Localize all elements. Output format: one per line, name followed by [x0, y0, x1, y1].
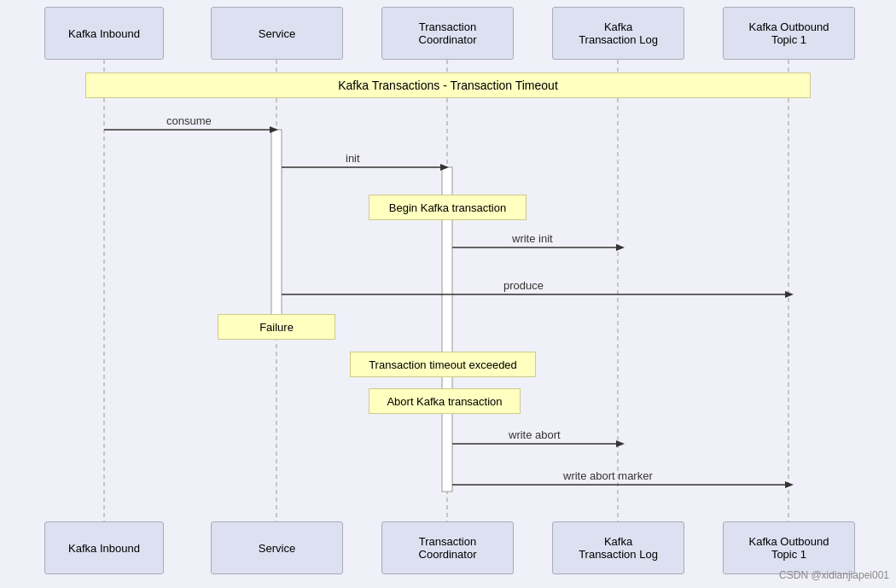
actor-service-bottom-label: Service — [259, 542, 295, 555]
svg-marker-14 — [616, 244, 625, 251]
tx-timeout-label: Transaction timeout exceeded — [369, 358, 517, 371]
abort-kafka-tx-note: Abort Kafka transaction — [369, 388, 521, 414]
failure-label: Failure — [259, 321, 294, 334]
svg-marker-17 — [785, 291, 794, 298]
actor-tx-coordinator-bottom-label: TransactionCoordinator — [419, 535, 477, 561]
actor-kafka-tx-log-bottom: KafkaTransaction Log — [552, 521, 684, 574]
actor-kafka-outbound-bottom: Kafka OutboundTopic 1 — [723, 521, 855, 574]
svg-text:write abort: write abort — [508, 428, 561, 441]
svg-text:write abort marker: write abort marker — [562, 469, 653, 482]
title-bar: Kafka Transactions - Transaction Timeout — [85, 73, 811, 98]
svg-rect-5 — [271, 130, 282, 324]
actor-tx-coordinator-top: TransactionCoordinator — [381, 7, 514, 60]
abort-kafka-tx-label: Abort Kafka transaction — [387, 395, 502, 408]
svg-text:consume: consume — [166, 114, 212, 127]
svg-marker-20 — [616, 440, 625, 447]
actor-kafka-inbound-bottom: Kafka Inbound — [44, 521, 164, 574]
actor-kafka-inbound-top: Kafka Inbound — [44, 7, 164, 60]
actor-kafka-tx-log-top-label: KafkaTransaction Log — [579, 20, 658, 46]
watermark: CSDN @xidianjiapei001 — [779, 569, 889, 581]
actor-service-top: Service — [211, 7, 343, 60]
actor-kafka-inbound-top-label: Kafka Inbound — [68, 27, 140, 40]
begin-kafka-tx-label: Begin Kafka transaction — [389, 201, 506, 214]
svg-text:write init: write init — [511, 232, 553, 245]
svg-marker-11 — [440, 164, 449, 171]
actor-kafka-outbound-top: Kafka OutboundTopic 1 — [723, 7, 855, 60]
failure-note: Failure — [218, 314, 335, 340]
actor-kafka-outbound-bottom-label: Kafka OutboundTopic 1 — [749, 535, 829, 561]
actor-service-bottom: Service — [211, 521, 343, 574]
actor-tx-coordinator-top-label: TransactionCoordinator — [419, 20, 477, 46]
actor-service-top-label: Service — [259, 27, 295, 40]
svg-marker-8 — [270, 126, 278, 133]
actor-kafka-tx-log-top: KafkaTransaction Log — [552, 7, 684, 60]
actor-kafka-tx-log-bottom-label: KafkaTransaction Log — [579, 535, 658, 561]
tx-timeout-note: Transaction timeout exceeded — [350, 352, 536, 377]
svg-marker-23 — [785, 481, 794, 488]
actor-kafka-outbound-top-label: Kafka OutboundTopic 1 — [749, 20, 829, 46]
actor-tx-coordinator-bottom: TransactionCoordinator — [381, 521, 514, 574]
title-text: Kafka Transactions - Transaction Timeout — [338, 79, 558, 92]
svg-text:produce: produce — [503, 279, 544, 292]
actor-kafka-inbound-bottom-label: Kafka Inbound — [68, 542, 140, 555]
svg-text:init: init — [346, 152, 360, 165]
diagram-container: consume init write init produce write ab… — [0, 0, 896, 588]
begin-kafka-tx-note: Begin Kafka transaction — [369, 195, 527, 220]
